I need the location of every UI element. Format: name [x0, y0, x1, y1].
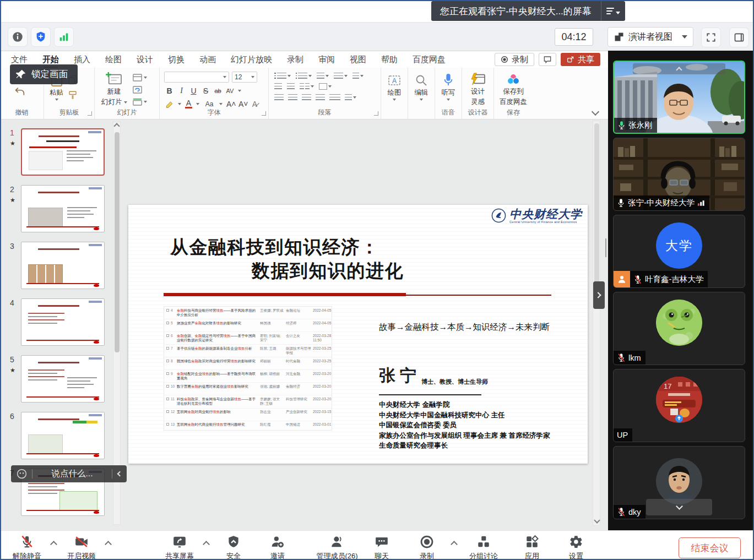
thumbnail-card[interactable]	[21, 128, 105, 176]
slide-thumbnail[interactable]: 5 ★	[4, 355, 112, 403]
ppt-share-button[interactable]: 共享	[561, 53, 600, 66]
start-video-button[interactable]: 开启视频	[55, 535, 108, 560]
record-button[interactable]: 录制	[400, 535, 453, 560]
ribbon-tab[interactable]: 录制	[287, 55, 303, 65]
ribbon-tab[interactable]: 绘图	[105, 55, 122, 65]
distribute-button[interactable]	[329, 94, 340, 101]
font-name-combo[interactable]	[164, 72, 229, 83]
slide-thumbnail[interactable]: 6 ★	[4, 412, 112, 459]
security-shield-button[interactable]	[31, 27, 51, 47]
align-left-button[interactable]	[274, 94, 284, 101]
collapse-ribbon-button[interactable]	[592, 108, 599, 116]
slide-thumbnail[interactable]: 4 ★	[4, 298, 112, 346]
participant-tile-up[interactable]: 17 UP	[613, 369, 745, 442]
ppt-comment-button[interactable]	[539, 53, 556, 66]
banner-menu-button[interactable]	[601, 1, 625, 21]
section-icon[interactable]	[133, 98, 142, 106]
participant-tile-zhangning[interactable]: 张宁-中央财经大学	[613, 138, 745, 211]
unmute-button[interactable]: 解除静音	[1, 535, 53, 560]
dictate-button[interactable]: 听写	[435, 72, 462, 101]
slide-thumbnail[interactable]: 1 ★	[4, 128, 112, 176]
end-meeting-button[interactable]: 结束会议	[679, 537, 741, 558]
text-frame-button[interactable]	[319, 83, 332, 90]
shrink-font-button[interactable]: A˅	[238, 100, 247, 108]
view-mode-selector[interactable]: 演讲者视图	[607, 27, 693, 47]
align-center-button[interactable]	[288, 94, 297, 101]
text-direction-button[interactable]	[345, 94, 356, 101]
slide-thumbnail[interactable]: 2 ★	[4, 185, 112, 232]
ribbon-tab[interactable]: 文件	[11, 55, 28, 65]
panel-collapse-tab[interactable]	[593, 281, 605, 309]
scroll-down-overlay[interactable]	[646, 499, 712, 515]
font-size-combo[interactable]: 12	[232, 72, 257, 83]
chat-collapse-button[interactable]	[112, 472, 127, 476]
thumbnail-card[interactable]	[21, 185, 105, 232]
network-signal-button[interactable]	[54, 27, 74, 47]
participant-tile-lkm[interactable]: lkm	[613, 292, 745, 365]
increase-indent-button[interactable]	[287, 83, 295, 90]
numbering-button[interactable]	[296, 73, 312, 79]
participant-tile-yeyuxin[interactable]: 大学 叶育鑫-吉林大学	[613, 215, 745, 288]
thumbnail-scrollbar[interactable]	[113, 122, 121, 525]
chat-quick-input[interactable]: 说点什么...	[11, 465, 127, 482]
edit-button[interactable]: 编辑	[408, 72, 435, 101]
share-screen-button[interactable]: 共享屏幕	[153, 535, 206, 560]
ribbon-tab[interactable]: 切换	[168, 55, 185, 65]
thumbnail-card[interactable]	[21, 355, 105, 403]
thumbnail-card[interactable]	[21, 298, 105, 346]
change-case-button[interactable]: Aa	[203, 100, 215, 108]
side-panel-toggle-button[interactable]	[729, 28, 749, 47]
thumbnail-card[interactable]	[21, 412, 105, 459]
main-area-scrollbar[interactable]	[593, 121, 600, 526]
strikethrough-button[interactable]: S	[202, 86, 210, 95]
undo-icon[interactable]	[14, 87, 25, 97]
font-dialog-launcher[interactable]	[262, 111, 266, 116]
ribbon-tab[interactable]: 开始	[42, 55, 59, 65]
sort-button[interactable]	[352, 73, 364, 79]
new-slide-button[interactable]: 新建 幻灯片	[101, 72, 127, 107]
multilevel-list-button[interactable]	[317, 73, 329, 79]
char-spacing-button[interactable]: AV	[226, 88, 234, 94]
scroll-up-overlay[interactable]	[633, 63, 725, 74]
scrollbar-thumb[interactable]	[115, 132, 120, 352]
meeting-info-button[interactable]	[8, 27, 28, 47]
highlight-pen-icon[interactable]	[165, 100, 174, 108]
decrease-indent-button[interactable]	[274, 83, 282, 90]
ribbon-tab[interactable]: 设计	[137, 55, 153, 65]
paragraph-dialog-launcher[interactable]	[374, 111, 378, 116]
ribbon-tab[interactable]: 视图	[350, 55, 366, 65]
underline-button[interactable]: U	[189, 86, 198, 95]
bold-button[interactable]: B	[165, 86, 173, 95]
italic-button[interactable]: I	[177, 86, 186, 95]
settings-button[interactable]: 设置	[550, 535, 603, 560]
slide-thumbnail[interactable]: 3 ★	[4, 242, 112, 289]
invite-button[interactable]: 邀请	[251, 535, 304, 560]
participant-tile-zhangyonggang[interactable]: 张永刚	[613, 61, 745, 134]
format-painter-icon[interactable]	[68, 90, 78, 100]
line-spacing-button[interactable]	[334, 73, 348, 79]
columns-button[interactable]	[300, 83, 314, 90]
ribbon-tab[interactable]: 幻灯片放映	[231, 55, 272, 65]
ppt-record-button[interactable]: 录制	[495, 53, 534, 66]
design-ideas-button[interactable]: 设计 灵感	[462, 72, 493, 107]
ribbon-tab[interactable]: 动画	[199, 55, 216, 65]
align-right-button[interactable]	[302, 94, 311, 101]
reset-slide-icon[interactable]	[133, 86, 142, 94]
fullscreen-button[interactable]	[701, 28, 721, 47]
chat-input-placeholder[interactable]: 说点什么...	[32, 468, 112, 480]
save-to-baidu-button[interactable]: 保存到 百度网盘	[494, 72, 533, 107]
clipboard-dialog-launcher[interactable]	[88, 111, 92, 116]
justify-button[interactable]	[316, 94, 325, 101]
ribbon-tab[interactable]: 审阅	[318, 55, 335, 65]
grow-font-button[interactable]: A˄	[226, 100, 235, 108]
scroll-up-arrow-icon[interactable]	[113, 123, 120, 129]
breakout-rooms-button[interactable]: 分组讨论	[457, 535, 510, 560]
scrollbar-thumb[interactable]	[594, 123, 599, 289]
font-color-button[interactable]: A	[185, 100, 192, 108]
emoji-icon[interactable]	[11, 468, 32, 480]
participant-tile-dky[interactable]: dky	[613, 446, 745, 519]
slide-layout-icon[interactable]	[133, 74, 142, 81]
ribbon-tab[interactable]: 插入	[74, 55, 90, 65]
ribbon-tab[interactable]: 帮助	[381, 55, 398, 65]
lock-screen-tooltip[interactable]: 锁定画面	[10, 64, 78, 84]
